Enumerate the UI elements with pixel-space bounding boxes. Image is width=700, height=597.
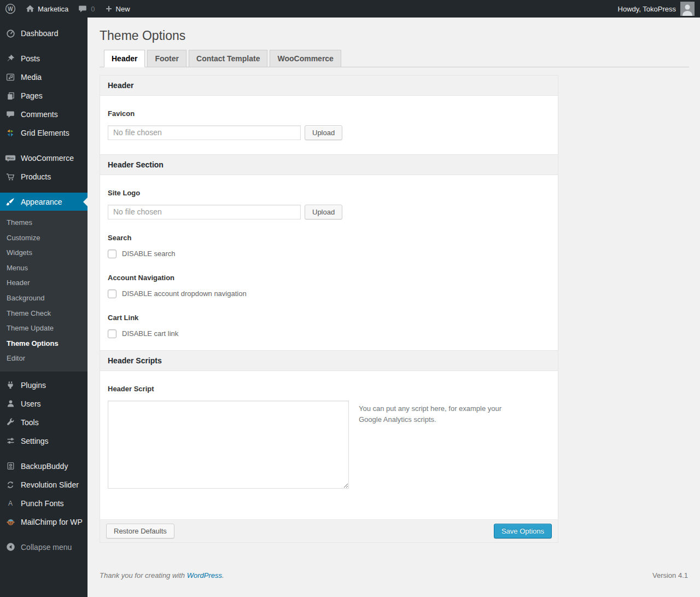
- site-menu-item[interactable]: Marketica: [21, 0, 73, 18]
- user-icon: [5, 399, 16, 408]
- favicon-upload-button[interactable]: Upload: [305, 125, 342, 140]
- submenu-item-editor[interactable]: Editor: [0, 351, 88, 366]
- svg-text:W: W: [8, 6, 13, 12]
- site-logo-field: Site Logo Upload Search DISABLE search A…: [100, 189, 558, 338]
- woocommerce-icon: Woo: [5, 154, 16, 163]
- section-header-scripts: Header Scripts: [100, 350, 558, 371]
- appearance-submenu: Themes Customize Widgets Menus Header Ba…: [0, 211, 88, 372]
- sidebar-item-backupbuddy[interactable]: BackupBuddy: [0, 457, 88, 476]
- sidebar-item-pages[interactable]: Pages: [0, 86, 88, 105]
- save-options-button[interactable]: Save Options: [494, 524, 552, 538]
- page-title: Theme Options: [100, 23, 689, 50]
- circular-arrows-icon: [5, 480, 16, 489]
- sidebar-item-appearance[interactable]: Appearance: [0, 193, 88, 211]
- pushpin-icon: [5, 54, 16, 63]
- header-script-label: Header Script: [108, 385, 550, 393]
- sidebar-item-posts[interactable]: Posts: [0, 49, 88, 68]
- restore-defaults-button[interactable]: Restore Defaults: [106, 524, 174, 538]
- admin-menu: Dashboard Posts Media Pages Comments Gri…: [0, 18, 88, 597]
- page-footer: Thank you for creating with WordPress. V…: [100, 571, 688, 579]
- collapse-menu-button[interactable]: Collapse menu: [0, 538, 88, 557]
- account-menu-item[interactable]: Howdy, TokoPress: [618, 2, 700, 16]
- sidebar-item-comments[interactable]: Comments: [0, 105, 88, 124]
- tab-contact-template[interactable]: Contact Template: [189, 50, 267, 67]
- footer-thanks: Thank you for creating with WordPress.: [100, 571, 224, 579]
- sidebar-item-grid-elements[interactable]: Grid Elements: [0, 124, 88, 142]
- cart-icon: [5, 172, 16, 182]
- letter-a-icon: A: [5, 499, 16, 508]
- comments-icon: [5, 110, 16, 119]
- wrench-icon: [5, 418, 16, 427]
- media-icon: [5, 73, 16, 82]
- plugin-icon: [5, 381, 16, 390]
- favicon-file-input[interactable]: [108, 125, 301, 140]
- disable-search-text: DISABLE search: [122, 250, 176, 258]
- sidebar-item-users[interactable]: Users: [0, 395, 88, 413]
- disable-cart-link-text: DISABLE cart link: [122, 329, 178, 338]
- tab-header[interactable]: Header: [104, 50, 145, 67]
- tab-footer[interactable]: Footer: [147, 50, 186, 67]
- version-text: Version 4.1: [652, 571, 688, 579]
- mailchimp-monkey-icon: [5, 517, 16, 526]
- pages-icon: [5, 92, 16, 100]
- paintbrush-icon: [5, 198, 16, 206]
- sidebar-item-settings[interactable]: Settings: [0, 432, 88, 450]
- admin-bar: W Marketica 0 New Howdy, TokoPress: [0, 0, 700, 18]
- sidebar-item-products[interactable]: Products: [0, 167, 88, 186]
- disable-account-nav-checkbox[interactable]: [108, 289, 116, 298]
- sidebar-item-dashboard[interactable]: Dashboard: [0, 24, 88, 43]
- header-script-field: Header Script You can put any script her…: [100, 385, 558, 489]
- favicon-field: Favicon Upload: [100, 109, 558, 140]
- sidebar-item-punch-fonts[interactable]: A Punch Fonts: [0, 494, 88, 513]
- site-name: Marketica: [38, 5, 68, 13]
- svg-text:A: A: [8, 500, 13, 507]
- account-navigation-label: Account Navigation: [108, 274, 550, 282]
- header-script-textarea[interactable]: [108, 401, 349, 489]
- submenu-item-header[interactable]: Header: [0, 275, 88, 291]
- disable-cart-link-checkbox[interactable]: [108, 329, 116, 338]
- home-icon: [26, 4, 34, 13]
- panel-footer: Restore Defaults Save Options: [100, 519, 558, 542]
- plus-icon: [105, 5, 113, 13]
- submenu-item-theme-check[interactable]: Theme Check: [0, 306, 88, 321]
- submenu-item-background[interactable]: Background: [0, 291, 88, 306]
- wordpress-link[interactable]: WordPress: [187, 571, 222, 579]
- sidebar-item-plugins[interactable]: Plugins: [0, 376, 88, 395]
- site-logo-label: Site Logo: [108, 189, 550, 197]
- comment-bubble-icon: [78, 4, 87, 13]
- section-header: Header: [100, 76, 558, 96]
- site-logo-file-input[interactable]: [108, 205, 301, 219]
- dashboard-icon: [5, 29, 16, 38]
- search-label: Search: [108, 234, 550, 242]
- tab-bar: HeaderFooterContact TemplateWooCommerce: [100, 50, 689, 67]
- cart-link-label: Cart Link: [108, 314, 550, 322]
- wordpress-logo-icon[interactable]: W: [0, 0, 21, 18]
- theme-options-panel: Header Favicon Upload Header Section Sit…: [100, 75, 558, 543]
- avatar: [680, 2, 695, 16]
- svg-text:Woo: Woo: [7, 156, 14, 159]
- sidebar-item-tools[interactable]: Tools: [0, 413, 88, 432]
- sliders-icon: [5, 437, 16, 445]
- section-header-section: Header Section: [100, 154, 558, 175]
- submenu-item-theme-options[interactable]: Theme Options: [0, 336, 88, 351]
- submenu-item-widgets[interactable]: Widgets: [0, 245, 88, 260]
- comments-menu-item[interactable]: 0: [73, 0, 100, 18]
- site-logo-upload-button[interactable]: Upload: [305, 205, 342, 219]
- submenu-item-customize[interactable]: Customize: [0, 230, 88, 246]
- grid-elements-icon: [5, 129, 16, 137]
- comment-count: 0: [91, 5, 95, 13]
- submenu-item-themes[interactable]: Themes: [0, 215, 88, 230]
- disable-search-checkbox[interactable]: [108, 250, 116, 258]
- sidebar-item-revolution-slider[interactable]: Revolution Slider: [0, 476, 88, 494]
- backup-disk-icon: [5, 462, 16, 470]
- disable-account-nav-text: DISABLE account dropdown navigation: [122, 289, 247, 298]
- sidebar-item-woocommerce[interactable]: Woo WooCommerce: [0, 149, 88, 167]
- sidebar-item-media[interactable]: Media: [0, 68, 88, 86]
- tab-woocommerce[interactable]: WooCommerce: [270, 50, 341, 67]
- submenu-item-theme-update[interactable]: Theme Update: [0, 321, 88, 336]
- submenu-item-menus[interactable]: Menus: [0, 260, 88, 276]
- new-menu-item[interactable]: New: [100, 0, 135, 18]
- collapse-arrow-icon: [5, 542, 16, 552]
- howdy-text: Howdy, TokoPress: [618, 5, 676, 13]
- sidebar-item-mailchimp[interactable]: MailChimp for WP: [0, 513, 88, 531]
